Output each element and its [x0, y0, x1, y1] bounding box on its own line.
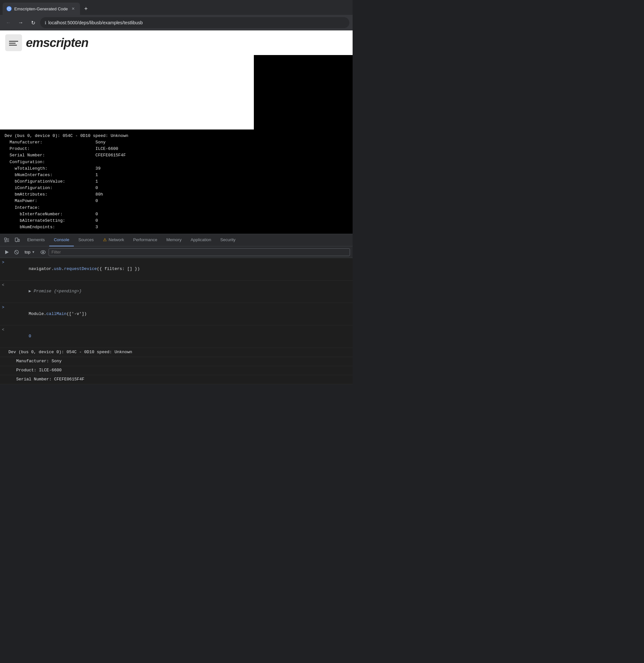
console-return-zero: < 0 [0, 325, 352, 348]
page-title: emscripten [26, 36, 88, 50]
terminal-output: Dev (bus 0, device 0): 054C - 0D10 speed… [0, 130, 352, 234]
terminal-line: MaxPower: 0 [4, 198, 348, 204]
content-area [0, 55, 352, 130]
svg-point-1 [8, 8, 10, 9]
console-toolbar: top ▼ [0, 246, 352, 258]
console-output: > navigator.usb.requestDevice({ filters:… [0, 258, 352, 384]
context-selector[interactable]: top ▼ [22, 249, 38, 255]
emscripten-logo [5, 34, 22, 51]
svg-rect-4 [9, 43, 16, 44]
tab-network[interactable]: ⚠ Network [98, 234, 129, 246]
tab-title: Emscripten-Generated Code [14, 6, 68, 11]
console-return-value: ▶ Promise {<pending>} [8, 282, 82, 302]
run-script-icon[interactable] [3, 248, 11, 256]
svg-rect-7 [15, 238, 18, 242]
console-log-line-2: > Manufacturer: Sony [0, 357, 352, 366]
devtools-panel: Elements Console Sources ⚠ Network Perfo… [0, 234, 352, 384]
terminal-line: Serial Number: CFEFE0615F4F [4, 152, 348, 159]
terminal-line: Configuration: [4, 159, 348, 165]
console-code: navigator.usb.requestDevice({ filters: [… [8, 259, 140, 279]
context-label: top [25, 250, 30, 254]
terminal-line: Manufacturer: Sony [4, 139, 348, 146]
browser-chrome: Emscripten-Generated Code ✕ + ← → ↻ ℹ lo… [0, 0, 352, 30]
tab-performance[interactable]: Performance [129, 234, 162, 246]
svg-rect-8 [18, 239, 19, 242]
new-tab-button[interactable]: + [81, 4, 90, 13]
return-arrow-zero: < [2, 327, 6, 333]
svg-marker-10 [5, 250, 9, 254]
forward-button[interactable]: → [16, 18, 26, 28]
return-arrow: < [2, 282, 6, 289]
tab-sources[interactable]: Sources [74, 234, 98, 246]
console-log-line-3: > Product: ILCE-6600 [0, 366, 352, 375]
svg-point-9 [16, 242, 17, 242]
terminal-line: bNumEndpoints: 3 [4, 224, 348, 230]
black-panel [254, 55, 352, 130]
reload-button[interactable]: ↻ [28, 18, 38, 28]
tab-console[interactable]: Console [49, 234, 74, 246]
back-button[interactable]: ← [3, 18, 14, 28]
svg-line-12 [15, 251, 18, 253]
terminal-line: iConfiguration: 0 [4, 185, 348, 191]
tab-application[interactable]: Application [186, 234, 216, 246]
address-text: localhost:5000/deps/libusb/examples/test… [48, 20, 143, 25]
terminal-line: wTotalLength: 39 [4, 165, 348, 172]
zero-value: 0 [8, 326, 31, 346]
svg-point-14 [42, 251, 44, 253]
console-input-line-2: > Module.callMain(['-v']) [0, 303, 352, 325]
console-code-2: Module.callMain(['-v']) [8, 304, 87, 324]
svg-rect-5 [9, 45, 17, 46]
console-log-line-1: > Dev (bus 0, device 0): 054C - 0D10 spe… [0, 348, 352, 357]
console-input-line: > navigator.usb.requestDevice({ filters:… [0, 258, 352, 280]
page-content: emscripten [0, 30, 352, 130]
input-arrow-2: > [2, 305, 6, 311]
console-log-line-4: > Serial Number: CFEFE0615F4F [0, 375, 352, 384]
input-arrow: > [2, 260, 6, 266]
terminal-line: bConfigurationValue: 1 [4, 178, 348, 185]
terminal-line: bInterfaceNumber: 0 [4, 211, 348, 218]
clear-console-icon[interactable] [12, 248, 21, 256]
address-bar[interactable]: ℹ localhost:5000/deps/libusb/examples/te… [40, 17, 349, 28]
terminal-line: Interface: [4, 205, 348, 211]
device-toolbar-icon[interactable] [12, 235, 22, 245]
log-text-2: Manufacturer: Sony [8, 358, 62, 365]
filter-input[interactable] [49, 248, 350, 256]
tab-favicon [6, 6, 12, 11]
terminal-line: bNumInterfaces: 1 [4, 172, 348, 178]
svg-rect-6 [4, 238, 6, 240]
tab-memory[interactable]: Memory [162, 234, 186, 246]
log-text-4: Serial Number: CFEFE0615F4F [8, 376, 85, 383]
log-text-1: Dev (bus 0, device 0): 054C - 0D10 speed… [8, 349, 132, 356]
tab-close-button[interactable]: ✕ [70, 6, 76, 12]
terminal-line: Product: ILCE-6600 [4, 146, 348, 152]
terminal-line: bmAttributes: 80h [4, 191, 348, 198]
tab-elements[interactable]: Elements [23, 234, 49, 246]
address-info-icon: ℹ [45, 20, 46, 25]
svg-rect-3 [9, 41, 18, 42]
log-text-3: Product: ILCE-6600 [8, 367, 62, 374]
browser-tab[interactable]: Emscripten-Generated Code ✕ [3, 3, 80, 15]
network-warning-icon: ⚠ [103, 237, 107, 242]
devtools-tab-bar: Elements Console Sources ⚠ Network Perfo… [0, 234, 352, 246]
custom-formatters-icon[interactable] [39, 248, 47, 256]
console-return-line: < ▶ Promise {<pending>} [0, 281, 352, 303]
tab-security[interactable]: Security [216, 234, 240, 246]
tab-bar: Emscripten-Generated Code ✕ + [0, 0, 352, 15]
white-canvas [0, 55, 254, 130]
address-bar-row: ← → ↻ ℹ localhost:5000/deps/libusb/examp… [0, 15, 352, 30]
terminal-line: Dev (bus 0, device 0): 054C - 0D10 speed… [4, 133, 348, 139]
inspect-element-icon[interactable] [2, 235, 12, 245]
page-header: emscripten [0, 30, 352, 55]
terminal-line: bAlternateSetting: 0 [4, 218, 348, 224]
context-dropdown-icon: ▼ [32, 250, 35, 254]
